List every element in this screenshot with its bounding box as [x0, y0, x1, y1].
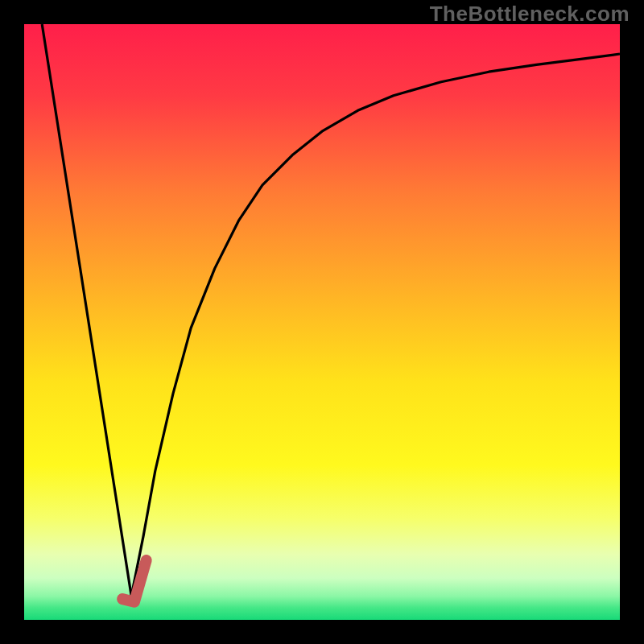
watermark: TheBottleneck.com	[430, 2, 630, 27]
left-line	[42, 24, 131, 596]
curve-layer	[24, 24, 620, 620]
chart-frame: TheBottleneck.com	[0, 0, 644, 644]
right-curve	[131, 54, 620, 596]
plot-area	[24, 24, 620, 620]
